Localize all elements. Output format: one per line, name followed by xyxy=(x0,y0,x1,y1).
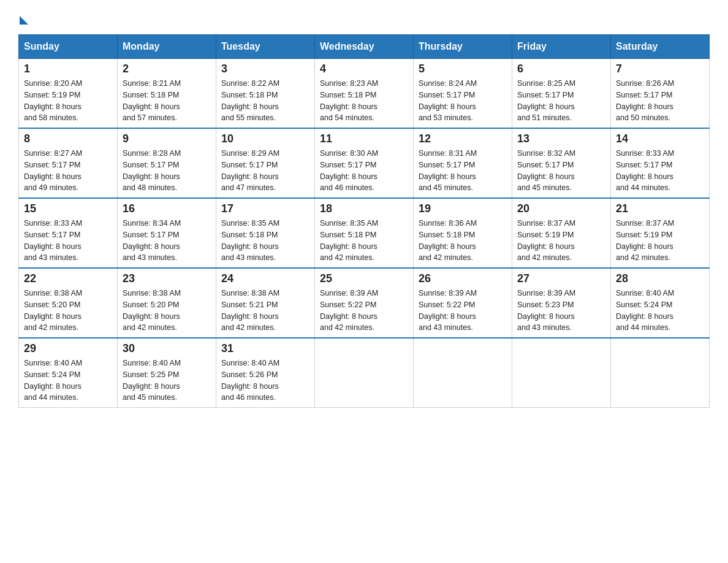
calendar-cell: 20 Sunrise: 8:37 AMSunset: 5:19 PMDaylig… xyxy=(512,198,611,268)
day-number: 1 xyxy=(24,63,112,75)
header-cell-wednesday: Wednesday xyxy=(315,35,414,59)
calendar-cell: 17 Sunrise: 8:35 AMSunset: 5:18 PMDaylig… xyxy=(216,198,315,268)
calendar-cell: 29 Sunrise: 8:40 AMSunset: 5:24 PMDaylig… xyxy=(19,338,118,408)
week-row-4: 22 Sunrise: 8:38 AMSunset: 5:20 PMDaylig… xyxy=(19,268,710,338)
day-number: 3 xyxy=(221,63,309,75)
header-cell-friday: Friday xyxy=(512,35,611,59)
day-info: Sunrise: 8:33 AMSunset: 5:17 PMDaylight:… xyxy=(24,218,112,264)
day-number: 17 xyxy=(221,202,309,215)
day-number: 12 xyxy=(419,132,507,145)
day-number: 10 xyxy=(221,132,309,145)
calendar-table: SundayMondayTuesdayWednesdayThursdayFrid… xyxy=(18,34,710,408)
day-number: 6 xyxy=(517,63,605,75)
day-info: Sunrise: 8:36 AMSunset: 5:18 PMDaylight:… xyxy=(419,218,507,264)
day-info: Sunrise: 8:24 AMSunset: 5:17 PMDaylight:… xyxy=(419,78,507,124)
day-info: Sunrise: 8:26 AMSunset: 5:17 PMDaylight:… xyxy=(616,78,704,124)
day-number: 29 xyxy=(24,342,112,355)
logo-triangle-icon xyxy=(20,16,28,25)
calendar-cell: 24 Sunrise: 8:38 AMSunset: 5:21 PMDaylig… xyxy=(216,268,315,338)
day-info: Sunrise: 8:39 AMSunset: 5:22 PMDaylight:… xyxy=(419,288,507,334)
calendar-cell: 26 Sunrise: 8:39 AMSunset: 5:22 PMDaylig… xyxy=(414,268,512,338)
header-cell-tuesday: Tuesday xyxy=(216,35,315,59)
calendar-cell: 15 Sunrise: 8:33 AMSunset: 5:17 PMDaylig… xyxy=(19,198,118,268)
day-info: Sunrise: 8:34 AMSunset: 5:17 PMDaylight:… xyxy=(123,218,211,264)
day-info: Sunrise: 8:21 AMSunset: 5:18 PMDaylight:… xyxy=(123,78,211,124)
day-info: Sunrise: 8:30 AMSunset: 5:17 PMDaylight:… xyxy=(320,148,408,194)
day-info: Sunrise: 8:37 AMSunset: 5:19 PMDaylight:… xyxy=(517,218,605,264)
day-number: 22 xyxy=(24,272,112,285)
calendar-cell: 18 Sunrise: 8:35 AMSunset: 5:18 PMDaylig… xyxy=(315,198,414,268)
calendar-cell: 21 Sunrise: 8:37 AMSunset: 5:19 PMDaylig… xyxy=(611,198,710,268)
day-info: Sunrise: 8:25 AMSunset: 5:17 PMDaylight:… xyxy=(517,78,605,124)
day-number: 16 xyxy=(123,202,211,215)
calendar-cell: 11 Sunrise: 8:30 AMSunset: 5:17 PMDaylig… xyxy=(315,128,414,198)
calendar-cell: 12 Sunrise: 8:31 AMSunset: 5:17 PMDaylig… xyxy=(414,128,512,198)
calendar-cell: 1 Sunrise: 8:20 AMSunset: 5:19 PMDayligh… xyxy=(19,59,118,129)
day-info: Sunrise: 8:27 AMSunset: 5:17 PMDaylight:… xyxy=(24,148,112,194)
day-info: Sunrise: 8:38 AMSunset: 5:20 PMDaylight:… xyxy=(123,288,211,334)
calendar-cell: 3 Sunrise: 8:22 AMSunset: 5:18 PMDayligh… xyxy=(216,59,315,129)
calendar-cell: 4 Sunrise: 8:23 AMSunset: 5:18 PMDayligh… xyxy=(315,59,414,129)
day-number: 4 xyxy=(320,63,408,75)
header-row: SundayMondayTuesdayWednesdayThursdayFrid… xyxy=(19,35,710,59)
day-info: Sunrise: 8:40 AMSunset: 5:25 PMDaylight:… xyxy=(123,358,211,404)
calendar-cell xyxy=(315,338,414,408)
header-cell-sunday: Sunday xyxy=(19,35,118,59)
week-row-5: 29 Sunrise: 8:40 AMSunset: 5:24 PMDaylig… xyxy=(19,338,710,408)
calendar-cell: 8 Sunrise: 8:27 AMSunset: 5:17 PMDayligh… xyxy=(19,128,118,198)
day-number: 23 xyxy=(123,272,211,285)
day-number: 26 xyxy=(419,272,507,285)
header-cell-monday: Monday xyxy=(118,35,216,59)
day-number: 27 xyxy=(517,272,605,285)
calendar-cell: 5 Sunrise: 8:24 AMSunset: 5:17 PMDayligh… xyxy=(414,59,512,129)
calendar-cell: 31 Sunrise: 8:40 AMSunset: 5:26 PMDaylig… xyxy=(216,338,315,408)
calendar-cell: 25 Sunrise: 8:39 AMSunset: 5:22 PMDaylig… xyxy=(315,268,414,338)
calendar-cell: 28 Sunrise: 8:40 AMSunset: 5:24 PMDaylig… xyxy=(611,268,710,338)
day-info: Sunrise: 8:33 AMSunset: 5:17 PMDaylight:… xyxy=(616,148,704,194)
day-info: Sunrise: 8:39 AMSunset: 5:23 PMDaylight:… xyxy=(517,288,605,334)
logo xyxy=(18,12,28,23)
day-info: Sunrise: 8:29 AMSunset: 5:17 PMDaylight:… xyxy=(221,148,309,194)
calendar-cell: 27 Sunrise: 8:39 AMSunset: 5:23 PMDaylig… xyxy=(512,268,611,338)
day-info: Sunrise: 8:20 AMSunset: 5:19 PMDaylight:… xyxy=(24,78,112,124)
day-info: Sunrise: 8:23 AMSunset: 5:18 PMDaylight:… xyxy=(320,78,408,124)
day-number: 8 xyxy=(24,132,112,145)
week-row-2: 8 Sunrise: 8:27 AMSunset: 5:17 PMDayligh… xyxy=(19,128,710,198)
calendar-cell xyxy=(512,338,611,408)
day-info: Sunrise: 8:40 AMSunset: 5:26 PMDaylight:… xyxy=(221,358,309,404)
day-info: Sunrise: 8:35 AMSunset: 5:18 PMDaylight:… xyxy=(320,218,408,264)
day-number: 9 xyxy=(123,132,211,145)
day-number: 13 xyxy=(517,132,605,145)
calendar-cell: 2 Sunrise: 8:21 AMSunset: 5:18 PMDayligh… xyxy=(118,59,216,129)
calendar-cell: 23 Sunrise: 8:38 AMSunset: 5:20 PMDaylig… xyxy=(118,268,216,338)
calendar-cell: 30 Sunrise: 8:40 AMSunset: 5:25 PMDaylig… xyxy=(118,338,216,408)
day-info: Sunrise: 8:32 AMSunset: 5:17 PMDaylight:… xyxy=(517,148,605,194)
day-number: 11 xyxy=(320,132,408,145)
day-number: 20 xyxy=(517,202,605,215)
day-number: 7 xyxy=(616,63,704,75)
calendar-cell: 9 Sunrise: 8:28 AMSunset: 5:17 PMDayligh… xyxy=(118,128,216,198)
calendar-cell: 14 Sunrise: 8:33 AMSunset: 5:17 PMDaylig… xyxy=(611,128,710,198)
calendar-cell: 7 Sunrise: 8:26 AMSunset: 5:17 PMDayligh… xyxy=(611,59,710,129)
header-cell-saturday: Saturday xyxy=(611,35,710,59)
day-info: Sunrise: 8:31 AMSunset: 5:17 PMDaylight:… xyxy=(419,148,507,194)
day-number: 28 xyxy=(616,272,704,285)
day-info: Sunrise: 8:38 AMSunset: 5:21 PMDaylight:… xyxy=(221,288,309,334)
day-number: 15 xyxy=(24,202,112,215)
day-number: 24 xyxy=(221,272,309,285)
day-number: 30 xyxy=(123,342,211,355)
page-header xyxy=(18,12,710,23)
calendar-cell xyxy=(414,338,512,408)
day-number: 31 xyxy=(221,342,309,355)
day-number: 14 xyxy=(616,132,704,145)
day-info: Sunrise: 8:28 AMSunset: 5:17 PMDaylight:… xyxy=(123,148,211,194)
day-info: Sunrise: 8:22 AMSunset: 5:18 PMDaylight:… xyxy=(221,78,309,124)
day-info: Sunrise: 8:38 AMSunset: 5:20 PMDaylight:… xyxy=(24,288,112,334)
week-row-3: 15 Sunrise: 8:33 AMSunset: 5:17 PMDaylig… xyxy=(19,198,710,268)
day-info: Sunrise: 8:35 AMSunset: 5:18 PMDaylight:… xyxy=(221,218,309,264)
calendar-cell: 6 Sunrise: 8:25 AMSunset: 5:17 PMDayligh… xyxy=(512,59,611,129)
calendar-cell: 10 Sunrise: 8:29 AMSunset: 5:17 PMDaylig… xyxy=(216,128,315,198)
day-number: 19 xyxy=(419,202,507,215)
day-number: 5 xyxy=(419,63,507,75)
day-info: Sunrise: 8:40 AMSunset: 5:24 PMDaylight:… xyxy=(24,358,112,404)
